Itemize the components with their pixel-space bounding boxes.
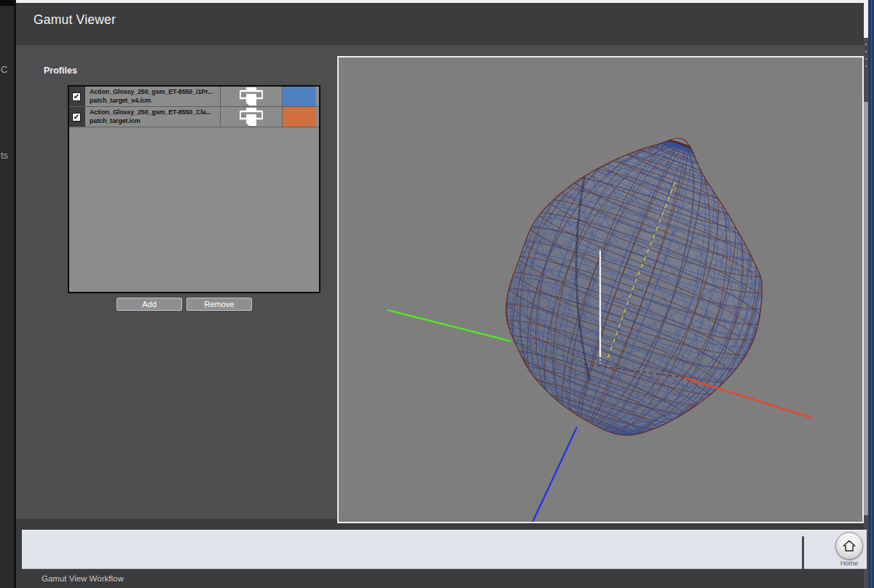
scrollbar-grip-dot bbox=[865, 65, 867, 67]
workflow-status-label: Gamut View Workflow bbox=[42, 574, 124, 583]
sidebar-item-clipped-2[interactable]: ts bbox=[1, 150, 8, 161]
printer-icon bbox=[221, 107, 282, 127]
window-edge-highlight bbox=[871, 0, 872, 588]
home-icon bbox=[841, 538, 857, 554]
profile-2-line1: Action_Glossy_250_gsm_ET-8550_Cla... bbox=[90, 108, 217, 117]
profile-1-name: Action_Glossy_250_gsm_ET-8550_i1Pr... pa… bbox=[90, 88, 217, 106]
gamut-3d-viewport[interactable] bbox=[337, 56, 864, 523]
profile-1-checkbox[interactable]: ✔ bbox=[72, 92, 81, 101]
profile-2-line2: patch_target.icm bbox=[90, 117, 217, 126]
sidebar-item-clipped-1[interactable]: C bbox=[1, 64, 7, 75]
gamut-viewer-window: C ts Gamut Viewer Profiles ✔ Action_Glos… bbox=[0, 0, 874, 588]
profile-1-color-swatch bbox=[283, 87, 315, 106]
profile-row-2[interactable]: ✔ Action_Glossy_250_gsm_ET-8550_Cla... p… bbox=[69, 107, 319, 127]
bottom-navigation-bar bbox=[22, 530, 867, 569]
profile-2-color-swatch bbox=[283, 107, 315, 127]
gamut-mesh-canvas[interactable] bbox=[339, 57, 862, 522]
profile-1-line2: patch_target_v4.icm bbox=[90, 97, 217, 106]
remove-button[interactable]: Remove bbox=[186, 298, 252, 311]
profiles-list: ✔ Action_Glossy_250_gsm_ET-8550_i1Pr... … bbox=[68, 85, 320, 293]
profile-2-checkbox[interactable]: ✔ bbox=[72, 113, 81, 122]
profile-1-line1: Action_Glossy_250_gsm_ET-8550_i1Pr... bbox=[90, 88, 217, 97]
scrollbar-grip-dot bbox=[865, 58, 867, 60]
add-button[interactable]: Add bbox=[117, 298, 182, 311]
profiles-heading: Profiles bbox=[44, 65, 77, 76]
home-button-label: Home bbox=[833, 560, 865, 567]
printer-icon bbox=[221, 87, 282, 106]
sidebar-top-corner bbox=[0, 0, 14, 6]
scrollbar-grip-dot bbox=[865, 51, 867, 52]
home-button[interactable] bbox=[835, 532, 863, 560]
page-title: Gamut Viewer bbox=[34, 12, 116, 28]
home-button-group: Home bbox=[833, 532, 865, 567]
bottom-bar-separator bbox=[802, 536, 804, 569]
header-bar: Gamut Viewer bbox=[16, 3, 864, 45]
profile-2-name: Action_Glossy_250_gsm_ET-8550_Cla... pat… bbox=[90, 108, 217, 126]
collapsed-sidebar: C ts bbox=[0, 0, 14, 588]
profile-row-1[interactable]: ✔ Action_Glossy_250_gsm_ET-8550_i1Pr... … bbox=[69, 87, 319, 107]
scrollbar-grip-dot bbox=[865, 44, 867, 45]
